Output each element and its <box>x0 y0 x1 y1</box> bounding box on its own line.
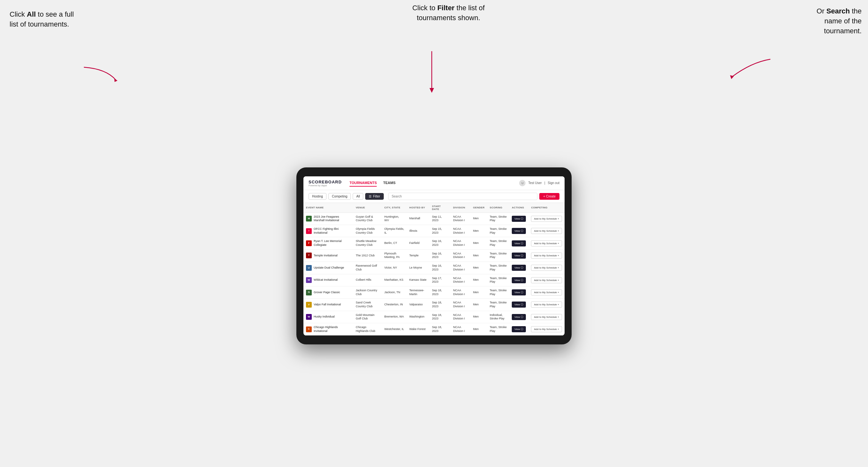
tab-all[interactable]: All <box>353 193 363 200</box>
date-cell: Sep 11, 2023 <box>430 213 451 225</box>
event-name-text: Upstate Dual Challenge <box>314 266 344 270</box>
actions-cell: View ⓘ <box>509 262 528 274</box>
add-to-schedule-button[interactable]: Add to My Schedule + <box>531 302 562 308</box>
add-to-schedule-button[interactable]: Add to My Schedule + <box>531 314 562 320</box>
competing-cell: Add to My Schedule + <box>528 274 565 286</box>
event-name-cell: F Ryan T. Lee Memorial Collegiate <box>303 237 353 249</box>
add-to-schedule-button[interactable]: Add to My Schedule + <box>531 253 562 259</box>
venue-cell: Gold Mountain Golf Club <box>353 311 381 323</box>
city-cell: Jackson, TN <box>382 286 407 298</box>
date-cell: Sep 17, 2023 <box>430 274 451 286</box>
division-cell: NCAA Division I <box>451 299 470 311</box>
nav-tournaments[interactable]: TOURNAMENTS <box>349 180 377 187</box>
info-icon: ⓘ <box>521 278 523 282</box>
date-cell: Sep 18, 2023 <box>430 311 451 323</box>
hosted-by-cell: Le Moyne <box>407 262 430 274</box>
hosted-by-cell: Tennessee-Martin <box>407 286 430 298</box>
venue-cell: Guyan Golf & Country Club <box>353 213 381 225</box>
logo-area: SCOREBOARD Powered by clippd <box>309 180 342 187</box>
arrow-all-icon <box>81 64 119 83</box>
competing-cell: Add to My Schedule + <box>528 323 565 336</box>
table-row: F Ryan T. Lee Memorial Collegiate Shuttl… <box>303 237 565 249</box>
date-cell: Sep 16, 2023 <box>430 249 451 261</box>
tab-competing[interactable]: Competing <box>329 193 351 200</box>
sign-out-link[interactable]: Sign out <box>548 181 559 185</box>
col-scoring: SCORING <box>487 203 509 213</box>
venue-cell: Olympia Fields Country Club <box>353 225 381 237</box>
info-icon: ⓘ <box>521 242 523 245</box>
svg-marker-2 <box>730 75 734 79</box>
date-cell: Sep 15, 2023 <box>430 225 451 237</box>
actions-cell: View ⓘ <box>509 299 528 311</box>
annotation-top-left: Click All to see a full list of tourname… <box>9 9 80 29</box>
filter-icon: ☰ <box>369 195 372 198</box>
hosted-by-cell: Temple <box>407 249 430 261</box>
table-row: W Wildcat Invitational Colbert Hills Man… <box>303 274 565 286</box>
venue-cell: Jackson Country Club <box>353 286 381 298</box>
date-cell: Sep 16, 2023 <box>430 237 451 249</box>
event-name-text: Chicago Highlands Invitational <box>314 325 350 333</box>
add-to-schedule-button[interactable]: Add to My Schedule + <box>531 289 562 295</box>
scoring-cell: Team, Stroke Play <box>487 286 509 298</box>
view-button[interactable]: View ⓘ <box>512 265 526 271</box>
add-to-schedule-button[interactable]: Add to My Schedule + <box>531 216 562 222</box>
create-button[interactable]: + Create <box>539 193 559 200</box>
view-button[interactable]: View ⓘ <box>512 289 526 295</box>
view-button[interactable]: View ⓘ <box>512 240 526 246</box>
table-row: V Valpo Fall Invitational Sand Creek Cou… <box>303 299 565 311</box>
col-start-date: START DATE <box>430 203 451 213</box>
city-cell: Chesterton, IN <box>382 299 407 311</box>
team-logo: T <box>306 253 312 258</box>
user-avatar: U <box>519 180 526 186</box>
tournaments-table: EVENT NAME VENUE CITY, STATE HOSTED BY S… <box>303 203 565 336</box>
date-cell: Sep 18, 2023 <box>430 323 451 336</box>
team-logo: U <box>306 265 312 271</box>
add-to-schedule-button[interactable]: Add to My Schedule + <box>531 265 562 271</box>
view-button[interactable]: View ⓘ <box>512 216 526 222</box>
actions-cell: View ⓘ <box>509 274 528 286</box>
view-button[interactable]: View ⓘ <box>512 314 526 320</box>
view-button[interactable]: View ⓘ <box>512 228 526 234</box>
view-button[interactable]: View ⓘ <box>512 326 526 332</box>
add-to-schedule-button[interactable]: Add to My Schedule + <box>531 228 562 234</box>
team-logo: C <box>306 326 312 332</box>
table-row: W Husky Individual Gold Mountain Golf Cl… <box>303 311 565 323</box>
gender-cell: Men <box>470 237 487 249</box>
city-cell: Huntington, WV <box>382 213 407 225</box>
arrow-search-icon <box>725 56 774 82</box>
actions-cell: View ⓘ <box>509 249 528 261</box>
info-icon: ⓘ <box>521 328 523 331</box>
filter-button[interactable]: ☰ Filter <box>365 193 383 200</box>
gender-cell: Men <box>470 225 487 237</box>
search-input[interactable] <box>388 193 538 200</box>
add-to-schedule-button[interactable]: Add to My Schedule + <box>531 326 562 332</box>
svg-marker-0 <box>114 79 118 82</box>
col-competing: COMPETING <box>528 203 565 213</box>
view-button[interactable]: View ⓘ <box>512 277 526 283</box>
gender-cell: Men <box>470 262 487 274</box>
nav-teams[interactable]: TEAMS <box>383 180 396 187</box>
col-event-name: EVENT NAME <box>303 203 353 213</box>
hosted-by-cell: Illinois <box>407 225 430 237</box>
add-to-schedule-button[interactable]: Add to My Schedule + <box>531 240 562 246</box>
scoring-cell: Team, Stroke Play <box>487 262 509 274</box>
event-name-cell: I OFCC Fighting Illini Invitational <box>303 225 353 237</box>
view-button[interactable]: View ⓘ <box>512 302 526 308</box>
view-button[interactable]: View ⓘ <box>512 253 526 259</box>
venue-cell: Shuttle Meadow Country Club <box>353 237 381 249</box>
info-icon: ⓘ <box>521 303 523 306</box>
division-cell: NCAA Division I <box>451 274 470 286</box>
event-name-text: Husky Individual <box>314 315 335 319</box>
scoring-cell: Team, Stroke Play <box>487 323 509 336</box>
add-to-schedule-button[interactable]: Add to My Schedule + <box>531 277 562 283</box>
competing-cell: Add to My Schedule + <box>528 249 565 261</box>
svg-marker-1 <box>430 88 434 93</box>
scoring-cell: Team, Stroke Play <box>487 249 509 261</box>
tab-hosting[interactable]: Hosting <box>309 193 327 200</box>
team-logo: F <box>306 240 312 246</box>
team-logo: W <box>306 277 312 283</box>
user-name: Test User <box>528 181 541 185</box>
table-row: C Chicago Highlands Invitational Chicago… <box>303 323 565 336</box>
competing-cell: Add to My Schedule + <box>528 311 565 323</box>
event-name-cell: W Husky Individual <box>303 311 353 323</box>
